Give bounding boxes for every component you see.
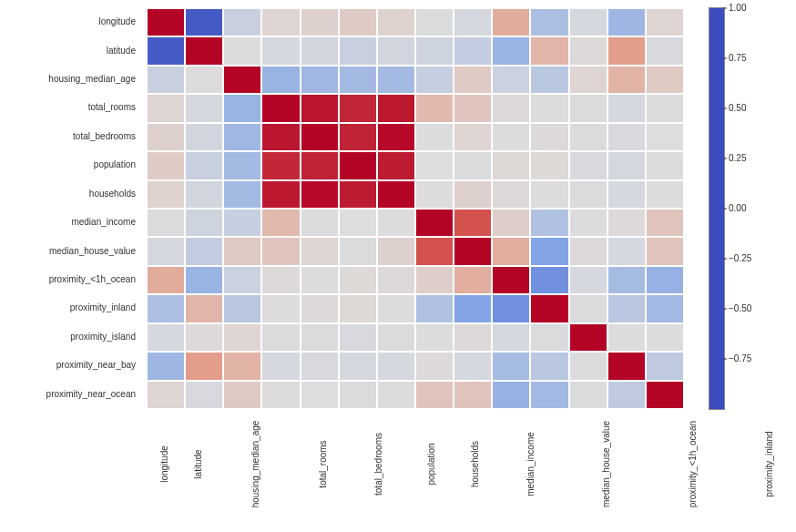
x-tick-label: households	[452, 410, 498, 528]
heatmap-cell	[223, 381, 261, 409]
heatmap-cell	[301, 151, 339, 179]
heatmap-cell	[339, 8, 377, 36]
heatmap-cell	[530, 209, 568, 237]
y-tick-label: proximity_near_bay	[0, 351, 141, 379]
colorbar-tick-label: 0.50	[729, 103, 746, 113]
heatmap-cell	[454, 8, 492, 36]
heatmap-cell	[569, 237, 607, 265]
heatmap-cell	[569, 8, 607, 36]
heatmap-cell	[185, 151, 223, 179]
heatmap-cell	[646, 151, 684, 179]
heatmap-cell	[530, 8, 568, 36]
heatmap-cell	[377, 66, 415, 94]
heatmap-cell	[569, 123, 607, 151]
heatmap-cell	[223, 294, 261, 322]
heatmap-cell	[339, 381, 377, 409]
heatmap-cell	[454, 123, 492, 151]
heatmap-cell	[185, 180, 223, 209]
heatmap-cell	[147, 123, 185, 151]
x-tick-label: median_house_value	[563, 410, 649, 528]
heatmap-cell	[454, 352, 492, 380]
x-axis-labels: longitudelatitudehousing_median_agetotal…	[146, 410, 683, 528]
heatmap-cell	[492, 294, 530, 322]
heatmap-cell	[569, 352, 607, 380]
heatmap-cell	[415, 180, 454, 209]
heatmap-cell	[415, 381, 454, 409]
heatmap-cell	[492, 237, 530, 265]
heatmap-cell	[492, 209, 530, 237]
heatmap-cell	[454, 237, 492, 265]
heatmap-cell	[492, 8, 530, 36]
colorbar-tick-label: 0.75	[729, 53, 746, 63]
heatmap-cell	[339, 151, 377, 179]
x-tick-label: proximity_inland	[736, 410, 796, 528]
heatmap-cell	[223, 237, 261, 265]
heatmap-cell	[223, 323, 261, 352]
heatmap-cell	[569, 94, 607, 122]
heatmap-cell	[301, 94, 339, 122]
heatmap-cell	[415, 352, 454, 380]
heatmap-cell	[530, 123, 568, 151]
heatmap-cell	[492, 151, 530, 179]
heatmap-cell	[530, 151, 568, 179]
heatmap-cell	[377, 266, 415, 294]
heatmap-cell	[415, 8, 454, 36]
heatmap-cell	[530, 94, 568, 122]
heatmap-cell	[377, 352, 415, 380]
heatmap-cell	[607, 151, 646, 179]
heatmap-cell	[261, 381, 300, 409]
heatmap-cell	[223, 36, 261, 65]
y-axis-labels: longitudelatitudehousing_median_agetotal…	[0, 7, 141, 408]
heatmap-cell	[415, 266, 454, 294]
heatmap-cell	[261, 352, 300, 380]
heatmap-cell	[607, 36, 646, 65]
heatmap-cell	[454, 381, 492, 409]
heatmap-cell	[454, 180, 492, 209]
heatmap-cell	[185, 266, 223, 294]
heatmap-cell	[147, 94, 185, 122]
x-tick-label: proximity_<1h_ocean	[649, 410, 736, 528]
heatmap-cell	[377, 209, 415, 237]
heatmap-cell	[607, 66, 646, 94]
y-tick-label: total_bedrooms	[0, 122, 141, 150]
heatmap-cell	[339, 266, 377, 294]
heatmap-cell	[301, 381, 339, 409]
heatmap-cell	[415, 209, 454, 237]
heatmap-cell	[301, 66, 339, 94]
heatmap-cell	[569, 266, 607, 294]
heatmap-cell	[569, 180, 607, 209]
heatmap-cell	[377, 180, 415, 209]
heatmap-cell	[261, 94, 300, 122]
heatmap-cell	[530, 352, 568, 380]
heatmap-cell	[377, 294, 415, 322]
heatmap-cell	[261, 294, 300, 322]
heatmap-cell	[223, 151, 261, 179]
heatmap-cell	[415, 237, 454, 265]
heatmap-cell	[607, 8, 646, 36]
x-tick-label: total_rooms	[299, 410, 346, 528]
y-tick-label: median_house_value	[0, 236, 141, 264]
y-tick-label: longitude	[0, 7, 141, 36]
heatmap-cell	[185, 381, 223, 409]
heatmap-cell	[646, 66, 684, 94]
heatmap-cell	[569, 151, 607, 179]
heatmap-cell	[646, 381, 684, 409]
heatmap-cell	[223, 180, 261, 209]
heatmap-cell	[646, 36, 684, 65]
heatmap-cell	[492, 94, 530, 122]
heatmap-cell	[261, 209, 300, 237]
heatmap-cell	[607, 323, 646, 352]
heatmap-cell	[454, 151, 492, 179]
heatmap-cell	[607, 266, 646, 294]
heatmap-cell	[261, 151, 300, 179]
y-tick-label: latitude	[0, 36, 141, 64]
heatmap-cell	[339, 237, 377, 265]
heatmap-cell	[261, 266, 300, 294]
heatmap-cell	[569, 294, 607, 322]
heatmap-cell	[530, 237, 568, 265]
heatmap-cell	[261, 180, 300, 209]
heatmap-cell	[492, 180, 530, 209]
heatmap-cell	[530, 180, 568, 209]
colorbar-ticks: −0.75−0.50−0.250.000.250.500.751.00	[729, 7, 779, 408]
heatmap-cell	[339, 94, 377, 122]
